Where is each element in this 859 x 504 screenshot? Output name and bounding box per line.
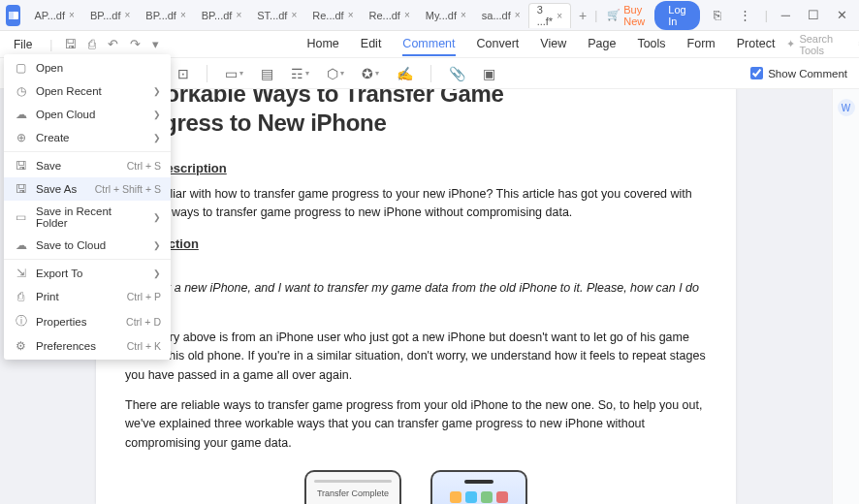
attachment-tool[interactable]: 📎	[449, 66, 465, 81]
file-menu-properties[interactable]: ⓘPropertiesCtrl + D	[4, 308, 171, 334]
divider: |	[594, 9, 597, 22]
file-menu-print[interactable]: ⎙PrintCtrl + P	[4, 285, 171, 308]
submenu-arrow-icon: ❯	[153, 268, 161, 278]
customize-icon[interactable]: ▾	[152, 37, 159, 51]
shape-tool[interactable]: ▭▾	[225, 66, 243, 81]
document-tab[interactable]: Re...df×	[304, 3, 361, 28]
menu-edit[interactable]: Edit	[361, 33, 382, 56]
new-tab-button[interactable]: +	[571, 8, 594, 23]
notification-icon[interactable]: ⎘	[710, 6, 725, 24]
prefs-icon: ⚙	[14, 339, 28, 353]
file-menu-create[interactable]: ⊕Create❯	[4, 126, 171, 149]
file-menu-save-to-cloud[interactable]: ☁Save to Cloud❯	[4, 234, 171, 257]
menu-comment[interactable]: Comment	[402, 33, 455, 56]
file-menu-preferences[interactable]: ⚙PreferencesCtrl + K	[4, 334, 171, 358]
shortcut-label: Ctrl + P	[127, 291, 161, 302]
file-menu-save-in-recent-folder[interactable]: ▭Save in Recent Folder❯	[4, 201, 171, 234]
tab-label: Re...df	[312, 10, 343, 21]
measure-tool[interactable]: ⬡▾	[327, 66, 344, 81]
folder-icon: ▭	[14, 210, 28, 224]
save-icon[interactable]: 🖫	[64, 37, 77, 51]
intro-heading: Introduction	[125, 236, 707, 251]
app-logo	[6, 5, 20, 26]
menu-item-label: Save to Cloud	[36, 239, 145, 251]
tab-close-icon[interactable]: ×	[515, 10, 521, 20]
open-icon: ▢	[14, 61, 28, 75]
search-tools[interactable]: ✦ Search Tools	[786, 33, 833, 56]
file-menu-open-recent[interactable]: ◷Open Recent❯	[4, 79, 171, 103]
document-tab[interactable]: 3 ...f*×	[528, 3, 571, 28]
tab-close-icon[interactable]: ×	[557, 11, 562, 21]
buy-new-link[interactable]: 🛒 Buy New	[607, 4, 645, 27]
more-icon[interactable]: ⋮	[735, 6, 755, 24]
tab-label: BP...df	[145, 10, 176, 21]
export-icon: ⇲	[14, 267, 28, 280]
show-comment-checkbox[interactable]	[750, 67, 763, 79]
file-menu-open-cloud[interactable]: ☁Open Cloud❯	[4, 103, 171, 126]
main-menu: HomeEditCommentConvertViewPageToolsFormP…	[306, 33, 775, 56]
tab-label: AP...df	[34, 10, 65, 21]
sparkle-icon: ✦	[786, 38, 795, 50]
menu-item-label: Print	[36, 291, 119, 302]
quote-line-2: I just got a new iPhone, and I want to t…	[125, 281, 699, 313]
buy-new-label: Buy New	[623, 4, 645, 27]
titlebar: AP...df×BP...df×BP...df×BP...df×ST...df×…	[0, 0, 859, 31]
file-menu-save-as[interactable]: 🖫Save AsCtrl + Shift + S	[4, 177, 171, 201]
word-export-icon[interactable]: W	[838, 99, 855, 116]
menu-protect[interactable]: Protect	[737, 33, 776, 56]
menu-convert[interactable]: Convert	[477, 33, 520, 56]
menu-item-label: Export To	[36, 268, 145, 279]
file-menu-export-to[interactable]: ⇲Export To❯	[4, 262, 171, 285]
show-comment-toggle[interactable]: Show Comment	[750, 67, 847, 79]
file-menu-open[interactable]: ▢Open	[4, 56, 171, 79]
tab-close-icon[interactable]: ×	[348, 10, 354, 20]
tab-close-icon[interactable]: ×	[236, 10, 241, 20]
menu-form[interactable]: Form	[687, 33, 716, 56]
document-tab[interactable]: ST...df×	[249, 3, 304, 28]
tab-close-icon[interactable]: ×	[404, 10, 410, 20]
document-tab[interactable]: Re...df×	[362, 3, 418, 28]
menu-item-label: Open	[36, 62, 161, 74]
document-tab[interactable]: BP...df×	[194, 3, 249, 28]
undo-icon[interactable]: ↶	[108, 37, 118, 51]
signature-tool[interactable]: ✍	[397, 66, 413, 81]
minimize-icon[interactable]: ─	[778, 6, 794, 24]
document-tab[interactable]: BP...df×	[138, 3, 193, 28]
file-menu-save[interactable]: 🖫SaveCtrl + S	[4, 154, 171, 177]
file-menu-button[interactable]: File	[8, 38, 38, 51]
login-button[interactable]: Log In	[654, 1, 699, 30]
document-tab[interactable]: My...df×	[418, 3, 474, 28]
callout-tool[interactable]: ⊡	[177, 66, 189, 81]
area-tool[interactable]: ☶▾	[291, 66, 309, 81]
body-paragraph-1: The query above is from an iPhone user w…	[125, 329, 707, 385]
phone-android: Transfer Complete	[304, 470, 401, 504]
note-tool[interactable]: ▤	[261, 66, 273, 81]
menu-page[interactable]: Page	[588, 33, 616, 56]
redo-icon[interactable]: ↷	[130, 37, 141, 51]
tab-close-icon[interactable]: ×	[291, 10, 297, 20]
print-icon[interactable]: ⎙	[88, 37, 96, 51]
page: 3 Workable Ways to Transfer Game Progres…	[96, 89, 736, 504]
shortcut-label: Ctrl + S	[127, 160, 161, 172]
quote-block: 'Hello, I just got a new iPhone, and I w…	[125, 261, 707, 317]
menu-tools[interactable]: Tools	[637, 33, 665, 56]
document-tab[interactable]: AP...df×	[26, 3, 81, 28]
tab-close-icon[interactable]: ×	[124, 10, 130, 20]
menu-home[interactable]: Home	[306, 33, 338, 56]
menu-view[interactable]: View	[540, 33, 566, 56]
submenu-arrow-icon: ❯	[153, 133, 161, 142]
tab-close-icon[interactable]: ×	[69, 10, 75, 20]
document-tab[interactable]: BP...df×	[82, 3, 138, 28]
stamp-tool[interactable]: ✪▾	[362, 66, 379, 81]
tab-close-icon[interactable]: ×	[180, 10, 186, 20]
print-icon: ⎙	[14, 290, 28, 303]
comments-panel-tool[interactable]: ▣	[483, 66, 495, 81]
menu-item-label: Preferences	[36, 340, 119, 352]
meta-paragraph: Not familiar with how to transfer game p…	[125, 185, 707, 223]
menu-item-label: Open Cloud	[36, 109, 145, 120]
close-icon[interactable]: ✕	[833, 6, 851, 24]
maximize-icon[interactable]: ☐	[804, 6, 823, 24]
tab-close-icon[interactable]: ×	[461, 10, 466, 20]
document-tab[interactable]: sa...df×	[474, 3, 528, 28]
menu-item-label: Save	[36, 160, 119, 172]
